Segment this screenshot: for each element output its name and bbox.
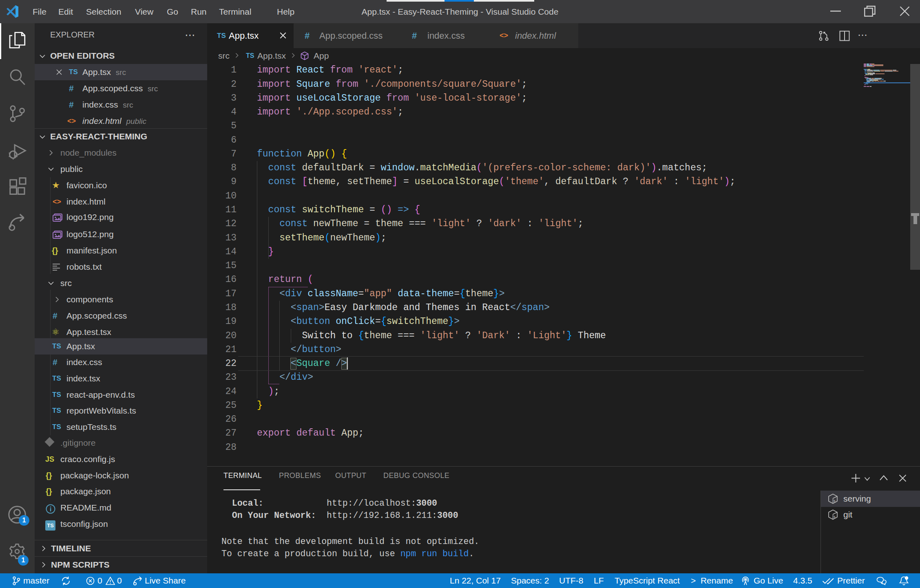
svg-text:$: $	[834, 515, 836, 519]
svg-text:$: $	[834, 499, 836, 503]
